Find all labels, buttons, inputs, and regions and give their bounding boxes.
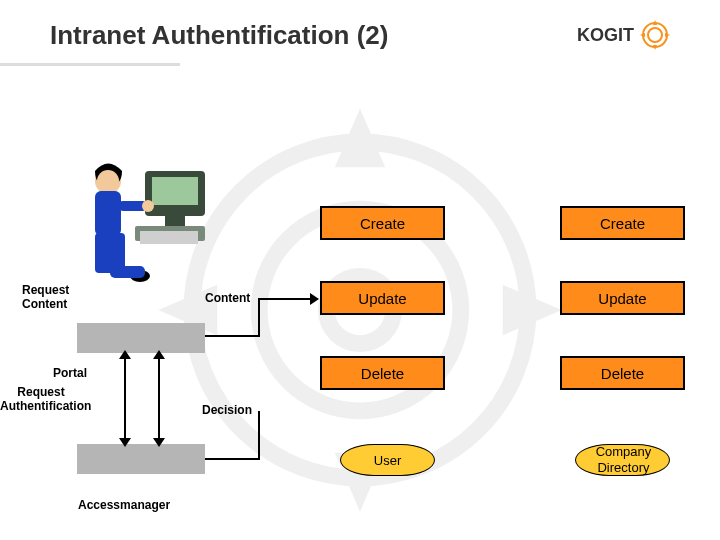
svg-rect-17 <box>110 266 145 278</box>
arrow-line <box>258 411 260 460</box>
logo-icon <box>640 20 670 50</box>
arrow-head-right-icon <box>310 293 319 305</box>
action-delete-col2: Delete <box>560 356 685 390</box>
portal-label: Portal <box>53 366 87 380</box>
arrow-line <box>205 458 260 460</box>
accessmanager-label: Accessmanager <box>78 498 170 512</box>
svg-point-11 <box>97 170 119 192</box>
arrow-head-up-icon <box>153 350 165 359</box>
arrow-head-down-icon <box>153 438 165 447</box>
request-content-label: RequestContent <box>22 284 69 312</box>
request-auth-label: RequestAuthentification <box>0 386 82 414</box>
svg-rect-9 <box>140 231 198 244</box>
svg-point-0 <box>643 23 667 47</box>
svg-rect-6 <box>152 177 198 205</box>
content-label: Content <box>205 291 250 305</box>
svg-point-14 <box>142 200 154 212</box>
page-title: Intranet Authentification (2) <box>50 20 388 51</box>
action-delete-col1: Delete <box>320 356 445 390</box>
gray-box-top <box>77 323 205 353</box>
svg-rect-12 <box>95 191 121 236</box>
action-create-col1: Create <box>320 206 445 240</box>
svg-point-1 <box>648 28 662 42</box>
arrow-line <box>260 298 312 300</box>
arrow-line <box>258 298 260 337</box>
arrow-line <box>205 335 260 337</box>
decision-label: Decision <box>202 403 252 417</box>
action-update-col1: Update <box>320 281 445 315</box>
arrow-head-up-icon <box>119 350 131 359</box>
action-create-col2: Create <box>560 206 685 240</box>
logo: KOGIT <box>577 20 670 50</box>
company-directory-label: CompanyDirectory <box>576 444 671 475</box>
logo-text: KOGIT <box>577 25 634 46</box>
arrow-line <box>124 354 126 444</box>
arrow-head-down-icon <box>119 438 131 447</box>
diagram: Create Update Delete Create Update Delet… <box>0 66 720 526</box>
gray-box-bottom <box>77 444 205 474</box>
action-update-col2: Update <box>560 281 685 315</box>
svg-rect-7 <box>165 216 185 226</box>
arrow-line <box>158 354 160 444</box>
user-cylinder: User <box>340 444 435 476</box>
user-at-computer-icon <box>80 161 220 296</box>
